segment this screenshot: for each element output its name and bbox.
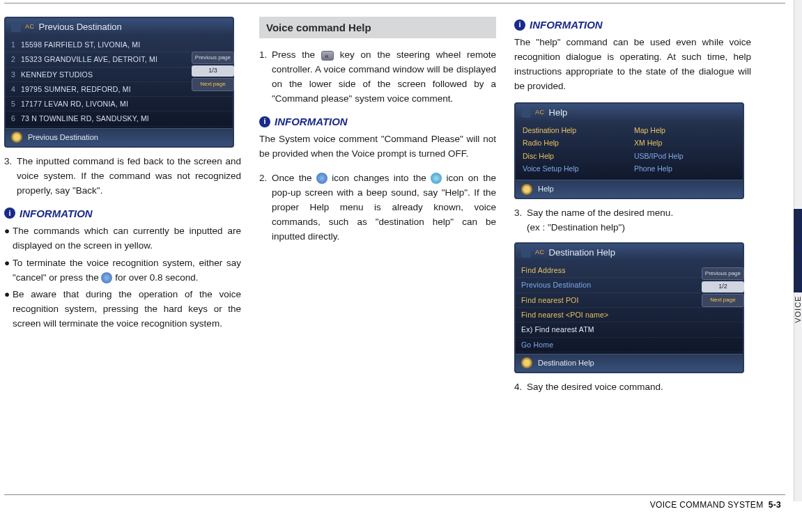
info-body: The "help" command can be used even whil… [514,36,751,94]
ac-badge: AC [535,108,545,118]
top-rule [4,3,785,3]
info-body: The System voice comment "Command Please… [259,132,496,162]
column-1: AC Previous Destination 115598 FAIRFIELD… [4,17,241,395]
column-2: Voice command Help 1. Press the key on t… [259,17,496,395]
info-icon: i [4,208,15,219]
prev-page-button: Previous page [702,267,744,280]
information-heading: i INFORMATION [514,17,751,33]
mic-icon [11,22,21,32]
mic-icon [521,248,531,258]
section-heading: Voice command Help [259,17,496,38]
step-2: 2. Once the icon changes into the icon o… [259,171,496,244]
step-1: 1. Press the key on the steering wheel r… [259,48,496,107]
voice-indicator-icon [521,357,532,368]
voice-button-icon [101,272,112,283]
help-item: USB/IPod Help [634,150,736,162]
help-item: Voice Setup Help [523,163,624,174]
help-item: Radio Help [523,137,624,148]
help-item: Destination Help [523,125,624,136]
bullet-item: ● To terminate the voice recognition sys… [4,256,241,285]
next-page-button: Next page [192,78,234,91]
info-icon: i [514,19,525,31]
screen-footer: Help [538,183,554,195]
screenshot-help: AC Help Destination Help Map Help Radio … [514,102,744,199]
next-page-button: Next page [702,294,744,306]
help-item: XM Help [634,137,736,148]
page-edge [794,0,802,209]
screen-title: Previous Destination [39,20,122,34]
step-3: 3. Say the name of the desired menu. (ex… [514,206,751,235]
bullet-item: ● Be aware that during the operation of … [4,288,241,331]
column-3: i INFORMATION The "help" command can be … [514,17,751,395]
pager: Previous page 1/2 Next page [702,267,744,307]
list-item: 517177 LEVAN RD, LIVONIA, MI [6,97,233,111]
list-item: Go Home [516,338,743,352]
step-number: 2. [259,171,272,244]
mic-icon [521,108,531,118]
voice-icon-listening [431,173,442,184]
page-footer: VOICE COMMAND SYSTEM 5-3 [650,500,781,510]
pager: Previous page 1/3 Next page [192,52,234,91]
list-item: Find nearest <POI name> [516,308,743,322]
section-side-label: VOICE COMMAND SYSTEM [794,209,802,323]
voice-indicator-icon [521,184,532,195]
step-number: 1. [259,48,272,107]
help-item: Map Help [634,125,736,136]
manual-page: AC Previous Destination 115598 FAIRFIELD… [4,4,771,506]
list-item: 115598 FAIRFIELD ST, LIVONIA, MI [6,38,233,52]
screen-title: Destination Help [549,246,615,260]
help-menu-grid: Destination Help Map Help Radio Help XM … [516,122,743,180]
page-number: 5-3 [769,500,781,510]
voice-icon-idle [316,173,327,184]
step-number: 4. [514,380,527,395]
list-item: 673 N TOWNLINE RD, SANDUSKY, MI [6,111,233,126]
screenshot-destination-help: AC Destination Help Find Address Previou… [514,242,744,373]
step-number: 3. [4,155,17,198]
page-indicator: 1/3 [192,65,234,77]
step-4: 4. Say the desired voice command. [514,380,751,395]
footer-rule [4,494,785,495]
help-item: Disc Help [523,150,624,162]
information-heading: i INFORMATION [259,114,496,130]
screen-title: Help [549,106,568,120]
info-icon: i [259,116,270,127]
help-item: Phone Help [634,163,736,174]
screen-footer: Destination Help [538,357,594,369]
step-3: 3. The inputted command is fed back to t… [4,155,241,198]
voice-indicator-icon [11,132,22,143]
ac-badge: AC [25,22,35,32]
ac-badge: AC [535,248,545,258]
steering-key-icon [321,51,334,61]
screen-footer: Previous Destination [28,132,98,143]
page-indicator: 1/2 [702,281,744,292]
page-edge [794,292,802,501]
prev-page-button: Previous page [192,52,234,64]
bullet-item: ● The commands which can currently be in… [4,224,241,253]
step-number: 3. [514,206,527,235]
list-item: Ex) Find nearest ATM [516,322,743,337]
information-heading: i INFORMATION [4,205,241,221]
